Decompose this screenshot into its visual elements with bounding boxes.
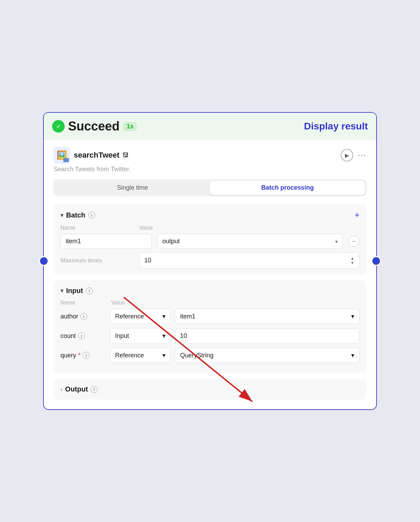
output-header: › Output i [60,385,360,393]
main-card: ✓ Succeed 1s Display result 🖼️ searchTwe… [43,112,377,410]
duration-badge: 1s [123,122,137,131]
batch-item-value-select[interactable]: output ▾ [157,234,343,249]
input-count-row: count i Input ▾ 10 [60,328,360,343]
display-result-button[interactable]: Display result [304,121,368,132]
max-times-label: Maximum times [60,257,134,264]
succeed-label: Succeed [68,119,120,134]
success-icon: ✓ [52,120,65,133]
node-icon-corner [63,158,69,162]
card-body: 🖼️ searchTweet 🖫 ▶ ··· Search Tweets fro… [44,140,376,409]
input-author-value-chevron-icon: ▾ [351,313,354,320]
input-author-row: author i Reference ▾ item1 ▾ [60,309,360,324]
input-value-col-label: Value [111,300,360,306]
input-author-label: author i [60,313,106,320]
input-author-name-text: author [60,313,78,320]
input-query-type-text: Reference [115,352,144,359]
input-author-type-chevron-icon: ▾ [162,313,165,320]
node-header: 🖼️ searchTweet 🖫 ▶ ··· [54,147,366,164]
tab-batch-processing[interactable]: Batch processing [210,181,365,195]
input-count-name-text: count [60,332,76,340]
input-count-label: count i [60,332,106,340]
input-author-type-select[interactable]: Reference ▾ [110,309,171,324]
input-query-type-select[interactable]: Reference ▾ [110,348,171,363]
batch-col-labels: Name Value [60,225,360,231]
input-section-header: ▾ Input i [60,287,360,295]
tab-batch-processing-label: Batch processing [261,184,314,191]
node-icon: 🖼️ [54,147,70,164]
input-query-row: query * i Reference ▾ QueryString ▾ [60,348,360,363]
header-left: ✓ Succeed 1s [52,119,137,134]
input-info-icon: i [86,287,93,294]
input-col-labels: Name Value [60,300,360,306]
batch-section-header: ▾ Batch i + [60,210,360,220]
play-button[interactable]: ▶ [341,149,353,161]
max-times-value-text: 10 [144,257,151,264]
output-chevron-icon: › [60,386,62,393]
batch-add-button[interactable]: + [355,210,360,220]
batch-chevron-icon: ▾ [60,212,63,219]
tab-single-time[interactable]: Single time [55,181,210,195]
output-info-icon: i [91,386,98,393]
batch-info-icon: i [88,212,95,219]
input-count-type-chevron-icon: ▾ [162,332,165,340]
input-section: ▾ Input i Name Value author i Reference … [54,280,366,373]
batch-item-value-chevron-icon: ▾ [335,239,338,244]
node-title-left: 🖼️ searchTweet 🖫 [54,147,129,164]
batch-item-name-input[interactable] [60,234,152,249]
max-times-input[interactable]: 10 ▲ ▼ [139,252,360,269]
batch-title: ▾ Batch i [60,211,95,219]
stepper-up-icon[interactable]: ▲ [350,256,354,260]
tab-single-time-label: Single time [117,184,148,191]
card-header: ✓ Succeed 1s Display result [44,113,376,140]
input-author-info-icon: i [80,313,87,320]
check-icon: ✓ [56,122,61,130]
input-query-value-select[interactable]: QueryString ▾ [175,348,360,363]
output-title: Output [65,385,88,393]
input-query-name-text: query [60,352,76,359]
node-actions: ▶ ··· [341,149,366,161]
batch-section: ▾ Batch i + Name Value output ▾ − Maxim [54,204,366,275]
output-section: › Output i [54,379,366,400]
input-author-type-text: Reference [115,313,144,320]
input-query-info-icon: i [83,352,90,359]
input-title-text: Input [66,287,83,295]
batch-remove-button[interactable]: − [348,236,360,247]
input-query-type-chevron-icon: ▾ [162,351,165,359]
save-icon: 🖫 [122,152,129,159]
input-query-value-chevron-icon: ▾ [351,351,354,359]
max-times-stepper[interactable]: ▲ ▼ [350,256,354,265]
batch-value-col-label: Value [139,225,360,231]
batch-name-col-label: Name [60,225,134,231]
input-count-info-icon: i [78,332,85,339]
input-count-value-box[interactable]: 10 [175,329,360,343]
input-name-col-label: Name [60,300,106,306]
input-author-value-text: item1 [180,313,195,320]
stepper-down-icon[interactable]: ▼ [350,261,354,265]
input-count-type-text: Input [115,332,129,340]
connector-left-dot [39,256,49,266]
node-name-text: searchTweet [74,151,120,160]
batch-field-row: output ▾ − [60,234,360,249]
input-author-value-select[interactable]: item1 ▾ [175,309,360,324]
node-name: searchTweet 🖫 [74,151,129,160]
required-star: * [78,352,81,359]
input-query-value-text: QueryString [180,352,213,359]
mode-tabs: Single time Batch processing [54,179,366,196]
batch-item-value-text: output [162,238,180,245]
more-options-button[interactable]: ··· [358,151,366,160]
max-times-row: Maximum times 10 ▲ ▼ [60,252,360,269]
batch-title-text: Batch [66,211,86,219]
input-query-label: query * i [60,352,106,359]
node-description: Search Tweets from Twitter. [54,166,366,173]
input-count-type-select[interactable]: Input ▾ [110,328,171,343]
input-count-value-text: 10 [180,332,187,340]
connector-right-dot [371,256,381,266]
input-chevron-icon: ▾ [60,287,63,294]
input-title: ▾ Input i [60,287,93,295]
